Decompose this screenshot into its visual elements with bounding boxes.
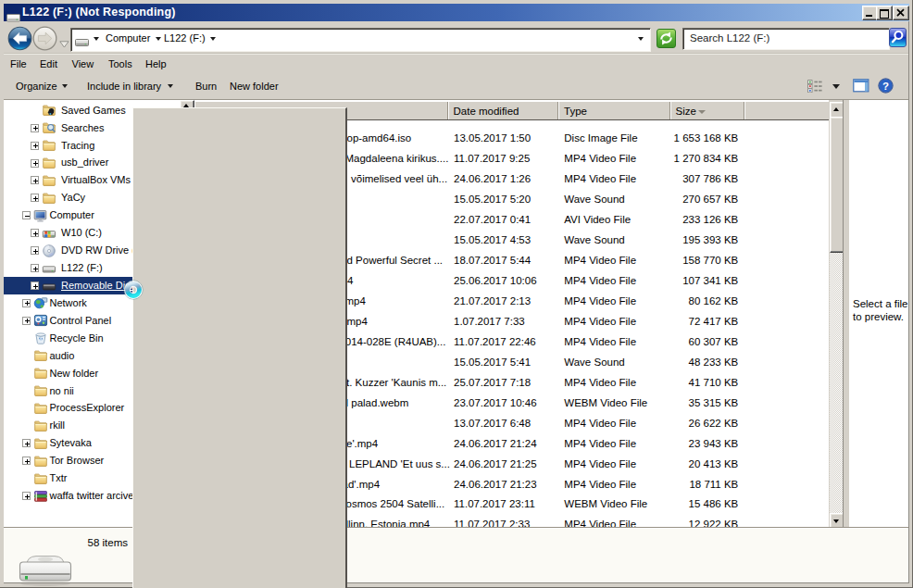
svg-text:?: ?	[882, 81, 889, 92]
